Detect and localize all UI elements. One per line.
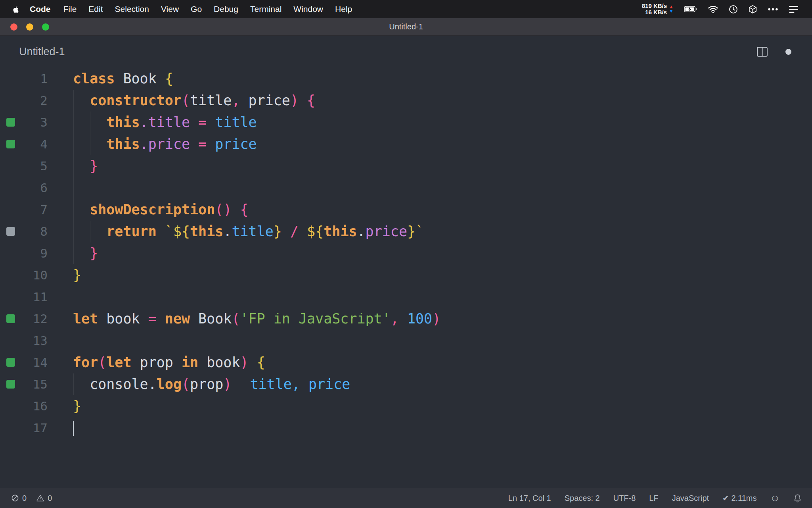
quokka-timing[interactable]: ✔ 2.11ms	[722, 493, 756, 503]
code-token: }	[73, 398, 81, 414]
close-button[interactable]	[10, 23, 17, 31]
problems-errors[interactable]: 0	[11, 494, 27, 503]
indent-guide	[90, 133, 90, 155]
code-token: this	[324, 223, 357, 239]
code-line-13[interactable]: 13	[0, 330, 812, 352]
cube-icon[interactable]	[748, 5, 757, 14]
code-line-9[interactable]: 9 }	[0, 242, 812, 264]
bell-icon[interactable]	[793, 494, 802, 503]
cursor-position[interactable]: Ln 17, Col 1	[508, 494, 551, 503]
code-area[interactable]: 1class Book {2 constructor(title, price)…	[0, 68, 812, 439]
code-line-content[interactable]	[73, 330, 812, 352]
code-line-content[interactable]	[73, 417, 812, 439]
code-token	[73, 202, 90, 217]
code-line-14[interactable]: 14for(let prop in book) {	[0, 352, 812, 373]
code-line-6[interactable]: 6	[0, 177, 812, 199]
code-line-4[interactable]: 4 this.price = price	[0, 133, 812, 155]
menu-item-file[interactable]: File	[57, 4, 83, 14]
code-line-content[interactable]: this.title = title	[73, 112, 812, 133]
code-line-content[interactable]: showDescription() {	[73, 199, 812, 221]
code-token: price	[366, 223, 407, 239]
clock-icon[interactable]	[729, 5, 738, 14]
editor-actions	[756, 46, 791, 57]
code-line-2[interactable]: 2 constructor(title, price) {	[0, 90, 812, 112]
code-token: ,	[232, 92, 240, 108]
menu-item-terminal[interactable]: Terminal	[244, 4, 287, 14]
code-line-5[interactable]: 5 }	[0, 155, 812, 177]
code-token	[399, 311, 407, 327]
code-line-content[interactable]: return `${this.title} / ${this.price}`	[73, 221, 812, 242]
apple-icon	[11, 4, 19, 14]
code-line-15[interactable]: 15 console.log(prop)title, price	[0, 373, 812, 395]
code-token: title	[190, 92, 232, 108]
code-line-content[interactable]: class Book {	[73, 68, 812, 90]
code-line-16[interactable]: 16}	[0, 395, 812, 417]
code-line-content[interactable]: }	[73, 155, 812, 177]
code-token: (	[182, 376, 190, 392]
code-line-11[interactable]: 11	[0, 286, 812, 308]
error-count: 0	[22, 494, 27, 503]
indent-guide	[73, 112, 74, 133]
code-line-content[interactable]: let book = new Book('FP in JavaScript', …	[73, 308, 812, 330]
code-line-content[interactable]: console.log(prop)title, price	[73, 373, 812, 395]
menu-item-selection[interactable]: Selection	[109, 4, 155, 14]
unsaved-indicator-dot[interactable]	[785, 49, 791, 55]
battery-charging-icon[interactable]	[684, 5, 697, 13]
apple-menu[interactable]	[11, 4, 19, 14]
indentation-setting[interactable]: Spaces: 2	[565, 494, 600, 503]
code-line-content[interactable]	[73, 177, 812, 199]
line-number: 9	[22, 242, 48, 264]
gutter-indicator-column	[0, 199, 22, 221]
code-line-content[interactable]: for(let prop in book) {	[73, 352, 812, 373]
minimize-button[interactable]	[26, 23, 33, 31]
tab-label[interactable]: Untitled-1	[19, 46, 65, 58]
network-speed-indicator[interactable]: 819 KB/s 16 KB/s ▲ ▼	[642, 3, 674, 15]
list-icon[interactable]	[789, 6, 799, 13]
code-token: =	[198, 114, 207, 130]
zoom-button[interactable]	[42, 23, 49, 31]
window-titlebar[interactable]: Untitled-1	[0, 18, 812, 36]
line-number: 8	[22, 221, 48, 242]
code-line-content[interactable]: }	[73, 395, 812, 417]
encoding-setting[interactable]: UTF-8	[613, 494, 636, 503]
code-line-content[interactable]: this.price = price	[73, 133, 812, 155]
eol-setting[interactable]: LF	[649, 494, 658, 503]
code-line-content[interactable]: constructor(title, price) {	[73, 90, 812, 112]
code-token: (	[182, 92, 190, 108]
smiley-icon[interactable]: ☺	[770, 493, 780, 503]
menu-app-name[interactable]: Code	[23, 4, 57, 14]
indent-guide	[73, 90, 74, 112]
menu-item-help[interactable]: Help	[329, 4, 358, 14]
gutter-indicator-column	[0, 286, 22, 308]
gutter-indicator-column	[0, 177, 22, 199]
code-token: 100	[407, 311, 432, 327]
code-line-content[interactable]: }	[73, 242, 812, 264]
code-line-1[interactable]: 1class Book {	[0, 68, 812, 90]
split-editor-icon[interactable]	[756, 46, 768, 57]
code-line-7[interactable]: 7 showDescription() {	[0, 199, 812, 221]
code-line-17[interactable]: 17	[0, 417, 812, 439]
code-line-3[interactable]: 3 this.title = title	[0, 112, 812, 133]
code-line-12[interactable]: 12let book = new Book('FP in JavaScript'…	[0, 308, 812, 330]
code-token: )	[432, 311, 440, 327]
menu-item-window[interactable]: Window	[287, 4, 329, 14]
code-line-content[interactable]: }	[73, 264, 812, 286]
editor-header: Untitled-1	[0, 36, 812, 68]
code-line-10[interactable]: 10}	[0, 264, 812, 286]
menu-item-go[interactable]: Go	[185, 4, 208, 14]
language-mode[interactable]: JavaScript	[672, 494, 709, 503]
quokka-gray-indicator	[6, 227, 15, 236]
code-token	[190, 114, 198, 130]
code-token: {	[307, 92, 315, 108]
code-token	[73, 376, 90, 392]
code-line-content[interactable]	[73, 286, 812, 308]
ellipsis-icon[interactable]	[768, 8, 778, 11]
menu-item-edit[interactable]: Edit	[82, 4, 109, 14]
menu-item-debug[interactable]: Debug	[208, 4, 244, 14]
code-line-8[interactable]: 8 return `${this.title} / ${this.price}`	[0, 221, 812, 242]
code-token: 'FP in JavaScript'	[240, 311, 390, 327]
menu-item-view[interactable]: View	[155, 4, 185, 14]
wifi-icon[interactable]	[708, 5, 718, 13]
problems-warnings[interactable]: 0	[36, 494, 52, 503]
code-token: price	[240, 92, 290, 108]
